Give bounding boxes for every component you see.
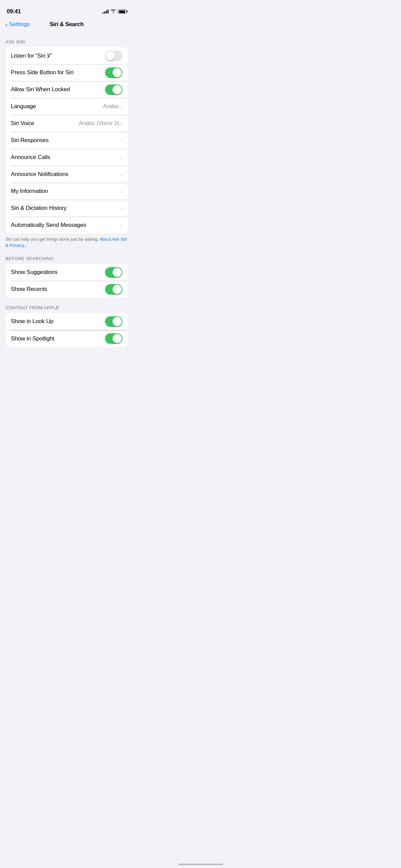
- press-side-button-toggle[interactable]: [105, 67, 122, 78]
- back-label: Settings: [9, 21, 30, 28]
- status-bar: 09:41: [0, 0, 133, 18]
- content: ASK SIRI Listen for “Siri لا” Press Side…: [0, 39, 133, 360]
- chevron-right-icon: ›: [121, 155, 122, 160]
- announce-calls-label: Announce Calls: [11, 154, 50, 161]
- card-content-from-apple: Show in Look Up Show in Spotlight: [5, 313, 128, 347]
- row-allow-siri-locked[interactable]: Allow Siri When Locked: [5, 81, 128, 98]
- listen-siri-label: Listen for “Siri لا”: [11, 52, 52, 59]
- row-auto-send-messages[interactable]: Automatically Send Messages ›: [5, 217, 128, 234]
- allow-siri-locked-toggle[interactable]: [105, 84, 122, 95]
- chevron-right-icon: ›: [121, 222, 122, 228]
- about-siri-privacy-link[interactable]: About Ask Siri & Privacy...: [5, 237, 127, 248]
- nav-bar: ‹ Settings Siri & Search: [0, 18, 133, 32]
- row-siri-voice[interactable]: Siri Voice Arabic (Voice 2) ›: [5, 115, 128, 132]
- row-press-side-button[interactable]: Press Side Button for Siri: [5, 64, 128, 81]
- allow-siri-locked-label: Allow Siri When Locked: [11, 86, 70, 93]
- toggle-thumb: [113, 285, 122, 294]
- card-before-searching: Show Suggestions Show Recents: [5, 264, 128, 298]
- row-show-recents[interactable]: Show Recents: [5, 281, 128, 298]
- siri-voice-label: Siri Voice: [11, 120, 34, 127]
- row-announce-notifications[interactable]: Announce Notifications ›: [5, 166, 128, 183]
- language-right: Arabic ›: [103, 103, 122, 110]
- siri-dictation-history-label: Siri & Dictation History: [11, 205, 66, 212]
- battery-icon: [118, 9, 126, 14]
- toggle-thumb: [113, 68, 122, 77]
- section-before-searching: BEFORE SEARCHING Show Suggestions Show R…: [0, 256, 133, 298]
- status-icons: [102, 9, 126, 14]
- chevron-right-icon: ›: [121, 172, 122, 177]
- language-value: Arabic: [103, 103, 119, 110]
- chevron-right-icon: ›: [121, 189, 122, 194]
- signal-icon: [102, 9, 108, 14]
- section-header-before-searching: BEFORE SEARCHING: [0, 256, 133, 264]
- section-content-from-apple: CONTENT FROM APPLE Show in Look Up Show …: [0, 305, 133, 347]
- show-in-spotlight-toggle[interactable]: [105, 333, 122, 344]
- row-my-information[interactable]: My Information ›: [5, 183, 128, 200]
- announce-notifications-label: Announce Notifications: [11, 171, 68, 178]
- row-listen-siri[interactable]: Listen for “Siri لا”: [5, 47, 128, 64]
- section-header-ask-siri: ASK SIRI: [0, 39, 133, 47]
- toggle-thumb: [113, 334, 122, 343]
- row-announce-calls[interactable]: Announce Calls ›: [5, 149, 128, 166]
- toggle-thumb: [113, 268, 122, 277]
- show-in-look-up-label: Show in Look Up: [11, 318, 54, 325]
- chevron-right-icon: ›: [121, 138, 122, 143]
- toggle-thumb: [106, 51, 115, 60]
- toggle-thumb: [113, 317, 122, 326]
- my-information-label: My Information: [11, 188, 48, 195]
- chevron-right-icon: ›: [121, 205, 122, 211]
- back-button[interactable]: ‹ Settings: [5, 21, 30, 28]
- row-language[interactable]: Language Arabic ›: [5, 98, 128, 115]
- siri-responses-label: Siri Responses: [11, 137, 49, 144]
- section-ask-siri: ASK SIRI Listen for “Siri لا” Press Side…: [0, 39, 133, 249]
- row-show-in-spotlight[interactable]: Show in Spotlight: [5, 330, 128, 347]
- wifi-icon: [111, 9, 116, 14]
- toggle-thumb: [113, 85, 122, 94]
- show-suggestions-toggle[interactable]: [105, 267, 122, 278]
- status-time: 09:41: [7, 8, 21, 15]
- row-show-suggestions[interactable]: Show Suggestions: [5, 264, 128, 281]
- chevron-right-icon: ›: [121, 104, 122, 110]
- section-header-content-from-apple: CONTENT FROM APPLE: [0, 305, 133, 313]
- back-chevron-icon: ‹: [5, 21, 8, 28]
- section-footer-ask-siri: Siri can help you get things done just b…: [0, 234, 133, 249]
- siri-voice-right: Arabic (Voice 2) ›: [79, 120, 122, 127]
- show-recents-label: Show Recents: [11, 286, 47, 293]
- row-siri-responses[interactable]: Siri Responses ›: [5, 132, 128, 149]
- show-in-spotlight-label: Show in Spotlight: [11, 335, 54, 342]
- row-siri-dictation-history[interactable]: Siri & Dictation History ›: [5, 200, 128, 217]
- language-label: Language: [11, 103, 36, 110]
- show-in-look-up-toggle[interactable]: [105, 316, 122, 327]
- show-recents-toggle[interactable]: [105, 284, 122, 295]
- page-title: Siri & Search: [49, 21, 84, 28]
- auto-send-messages-label: Automatically Send Messages: [11, 222, 86, 229]
- card-ask-siri: Listen for “Siri لا” Press Side Button f…: [5, 47, 128, 234]
- show-suggestions-label: Show Suggestions: [11, 269, 58, 276]
- siri-voice-value: Arabic (Voice 2): [79, 120, 119, 127]
- press-side-button-label: Press Side Button for Siri: [11, 69, 74, 76]
- listen-siri-toggle[interactable]: [105, 51, 122, 61]
- chevron-right-icon: ›: [121, 121, 122, 126]
- row-show-in-look-up[interactable]: Show in Look Up: [5, 313, 128, 330]
